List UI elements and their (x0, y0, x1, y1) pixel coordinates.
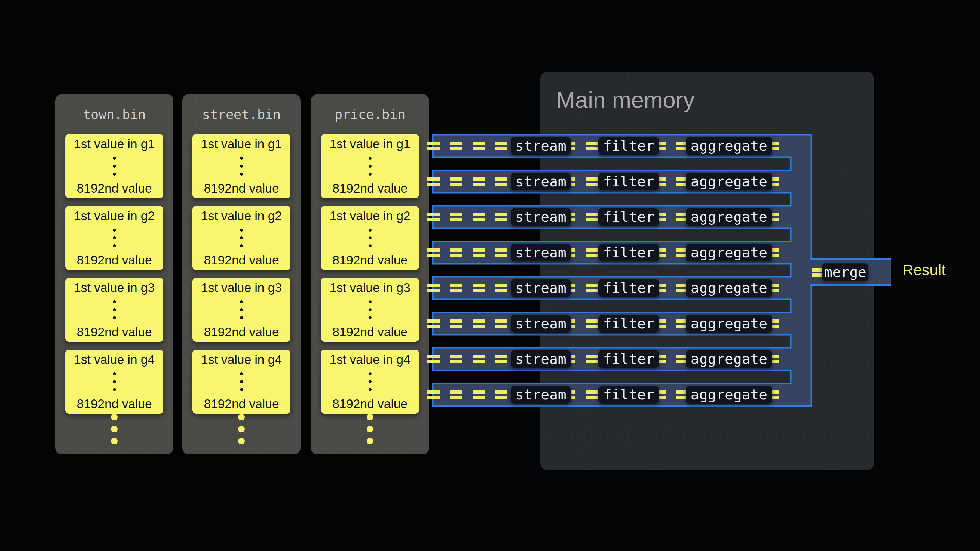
filter-label: filter (603, 245, 654, 261)
filter-label: filter (603, 351, 654, 367)
aggregate-label: aggregate (690, 351, 767, 367)
stream-operator: stream (511, 314, 571, 332)
diagram-canvas: Main memory town.bin 1st value in g1 819… (0, 0, 980, 551)
aggregate-label: aggregate (690, 315, 767, 332)
aggregate-operator: aggregate (686, 137, 772, 155)
pipeline-row: stream filter aggregate (433, 241, 811, 264)
aggregate-label: aggregate (690, 245, 767, 261)
stream-operator: stream (511, 386, 571, 403)
pipeline-row: stream filter aggregate (433, 277, 811, 299)
aggregate-label: aggregate (690, 173, 767, 190)
pipeline-row: stream filter aggregate (433, 135, 811, 157)
aggregate-operator: aggregate (686, 208, 772, 226)
filter-operator: filter (598, 314, 659, 332)
aggregate-operator: aggregate (686, 243, 772, 262)
stream-operator: stream (511, 137, 571, 155)
stream-label: stream (515, 138, 566, 154)
filter-label: filter (603, 280, 654, 296)
filter-label: filter (603, 386, 654, 403)
stream-operator: stream (511, 243, 571, 262)
stream-label: stream (515, 315, 566, 332)
aggregate-label: aggregate (690, 280, 767, 296)
pipeline-row: stream filter aggregate (433, 206, 811, 228)
filter-operator: filter (598, 350, 659, 368)
stream-label: stream (515, 351, 566, 367)
aggregate-operator: aggregate (686, 386, 772, 403)
filter-label: filter (603, 173, 654, 190)
aggregate-label: aggregate (690, 386, 767, 403)
filter-operator: filter (598, 208, 659, 226)
aggregate-label: aggregate (690, 209, 767, 225)
stream-label: stream (515, 209, 566, 225)
pipeline-row: stream filter aggregate (433, 383, 811, 406)
aggregate-operator: aggregate (686, 279, 772, 297)
stream-label: stream (515, 173, 566, 190)
stream-operator: stream (511, 350, 571, 368)
aggregate-label: aggregate (690, 138, 767, 154)
filter-operator: filter (598, 386, 659, 403)
stream-operator: stream (511, 173, 571, 191)
filter-label: filter (603, 209, 654, 225)
result-label: Result (902, 262, 946, 278)
filter-operator: filter (598, 137, 659, 155)
filter-label: filter (603, 138, 654, 154)
stream-operator: stream (511, 208, 571, 226)
filter-label: filter (603, 315, 654, 332)
stream-label: stream (515, 386, 566, 403)
pipeline-row: stream filter aggregate (433, 170, 811, 193)
filter-operator: filter (598, 279, 659, 297)
pipeline-row: stream filter aggregate (433, 312, 811, 335)
filter-operator: filter (598, 243, 659, 262)
stream-label: stream (515, 280, 566, 296)
aggregate-operator: aggregate (686, 314, 772, 332)
filter-operator: filter (598, 173, 659, 191)
stream-label: stream (515, 245, 566, 261)
aggregate-operator: aggregate (686, 173, 772, 191)
merge-operator: merge (822, 263, 869, 281)
merge-label: merge (824, 264, 867, 280)
stream-operator: stream (511, 279, 571, 297)
aggregate-operator: aggregate (686, 350, 772, 368)
pipeline-row: stream filter aggregate (433, 348, 811, 370)
